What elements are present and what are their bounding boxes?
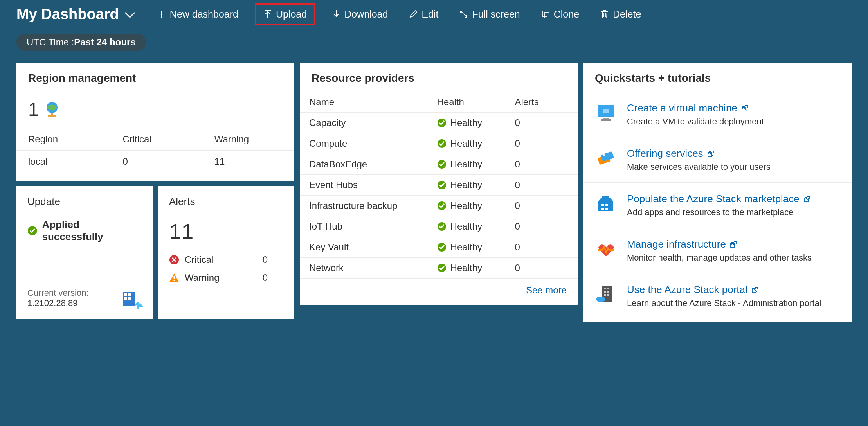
rp-health: Healthy xyxy=(437,200,496,211)
svg-rect-31 xyxy=(601,204,604,206)
clone-button[interactable]: Clone xyxy=(538,6,582,22)
rp-name: Infrastructure backup xyxy=(300,196,428,216)
check-circle-icon xyxy=(437,180,447,190)
svg-rect-39 xyxy=(607,288,609,289)
col-name: Name xyxy=(300,92,428,113)
current-version: Current version: 1.2102.28.89 xyxy=(27,288,89,308)
warning-triangle-icon xyxy=(169,273,179,283)
rp-health: Healthy xyxy=(437,221,496,232)
table-row[interactable]: local 0 11 xyxy=(16,151,294,181)
region-management-tile: Region management 1 Region Critical Warn… xyxy=(16,63,294,181)
building-update-icon xyxy=(121,290,143,311)
external-link-icon xyxy=(751,286,758,293)
svg-rect-33 xyxy=(601,208,604,210)
check-circle-icon xyxy=(437,201,447,210)
table-row[interactable]: IoT HubHealthy0 xyxy=(300,216,578,237)
quickstart-link[interactable]: Use the Azure Stack portal xyxy=(627,284,821,296)
svg-rect-10 xyxy=(128,297,131,300)
svg-rect-13 xyxy=(174,280,175,281)
time-range-pill[interactable]: UTC Time : Past 24 hours xyxy=(16,34,146,51)
quickstart-icon xyxy=(595,147,617,172)
svg-rect-7 xyxy=(124,293,127,296)
globe-icon xyxy=(44,101,60,118)
dashboard-title[interactable]: My Dashboard xyxy=(16,6,135,23)
check-circle-icon xyxy=(27,226,38,236)
rp-alerts: 0 xyxy=(505,175,578,196)
alerts-critical-row[interactable]: Critical 0 xyxy=(169,254,283,265)
region-count: 1 xyxy=(16,92,294,128)
rp-health: Healthy xyxy=(437,262,496,273)
rp-alerts: 0 xyxy=(505,133,578,154)
svg-rect-1 xyxy=(544,13,549,18)
rp-alerts: 0 xyxy=(505,216,578,237)
col-health: Health xyxy=(428,92,506,113)
alerts-title: Alerts xyxy=(169,196,283,208)
rp-alerts: 0 xyxy=(505,113,578,133)
delete-button[interactable]: Delete xyxy=(597,6,644,22)
fullscreen-button[interactable]: Full screen xyxy=(456,6,523,22)
svg-rect-8 xyxy=(128,293,131,296)
check-circle-icon xyxy=(437,160,447,169)
quickstarts-title: Quickstarts + tutorials xyxy=(583,63,852,92)
svg-rect-23 xyxy=(603,109,609,113)
rp-health: Healthy xyxy=(437,242,496,253)
new-dashboard-button[interactable]: New dashboard xyxy=(154,6,241,22)
rp-alerts: 0 xyxy=(505,237,578,258)
check-circle-icon xyxy=(437,118,447,128)
dashboard-title-text: My Dashboard xyxy=(16,6,119,23)
quickstart-link[interactable]: Populate the Azure Stack marketplace xyxy=(627,193,810,205)
resource-providers-table: Name Health Alerts CapacityHealthy0Compu… xyxy=(300,92,578,279)
svg-point-29 xyxy=(603,154,605,156)
check-circle-icon xyxy=(437,222,447,231)
table-row[interactable]: CapacityHealthy0 xyxy=(300,113,578,133)
table-row[interactable]: Key VaultHealthy0 xyxy=(300,237,578,258)
resource-providers-title: Resource providers xyxy=(300,63,578,92)
chevron-down-icon xyxy=(124,12,135,19)
svg-rect-0 xyxy=(542,11,547,16)
see-more-link[interactable]: See more xyxy=(300,279,578,305)
rp-name: Key Vault xyxy=(300,237,428,258)
quickstart-icon xyxy=(595,193,617,217)
svg-rect-43 xyxy=(607,294,609,296)
svg-rect-32 xyxy=(605,204,608,206)
rp-health: Healthy xyxy=(437,138,496,149)
external-link-icon xyxy=(730,241,737,248)
table-row[interactable]: NetworkHealthy0 xyxy=(300,258,578,279)
check-circle-icon xyxy=(437,139,447,148)
col-warning: Warning xyxy=(203,128,294,151)
rp-alerts: 0 xyxy=(505,258,578,279)
svg-rect-4 xyxy=(48,115,56,117)
rp-alerts: 0 xyxy=(505,154,578,175)
upload-button[interactable]: Upload xyxy=(255,3,315,25)
quickstart-item: Create a virtual machineCreate a VM to v… xyxy=(583,92,852,137)
alerts-warning-row[interactable]: Warning 0 xyxy=(169,272,283,283)
external-link-icon xyxy=(741,105,748,112)
table-row[interactable]: DataBoxEdgeHealthy0 xyxy=(300,154,578,175)
quickstart-link[interactable]: Offering services xyxy=(627,147,771,160)
quickstart-icon xyxy=(595,238,617,263)
error-circle-icon xyxy=(169,255,179,265)
update-title: Update xyxy=(27,196,142,208)
table-row[interactable]: Infrastructure backupHealthy0 xyxy=(300,196,578,216)
svg-rect-42 xyxy=(604,294,606,296)
table-row[interactable]: ComputeHealthy0 xyxy=(300,133,578,154)
download-button[interactable]: Download xyxy=(329,6,391,22)
quickstart-link[interactable]: Manage infrastructure xyxy=(627,238,812,250)
region-table: Region Critical Warning local 0 11 xyxy=(16,128,294,181)
check-circle-icon xyxy=(437,263,447,273)
quickstart-item: Offering servicesMake services available… xyxy=(583,137,852,183)
col-alerts: Alerts xyxy=(505,92,578,113)
svg-rect-25 xyxy=(601,119,611,121)
fullscreen-icon xyxy=(459,10,468,18)
rp-name: Network xyxy=(300,258,428,279)
quickstart-icon xyxy=(595,102,617,127)
check-circle-icon xyxy=(437,243,447,252)
svg-rect-38 xyxy=(604,288,606,289)
edit-button[interactable]: Edit xyxy=(406,6,441,22)
region-management-title: Region management xyxy=(16,63,294,92)
quickstart-link[interactable]: Create a virtual machine xyxy=(627,102,764,114)
svg-rect-9 xyxy=(124,297,127,300)
quickstart-item: Use the Azure Stack portalLearn about th… xyxy=(583,273,852,322)
table-row[interactable]: Event HubsHealthy0 xyxy=(300,175,578,196)
plus-icon xyxy=(157,10,166,18)
